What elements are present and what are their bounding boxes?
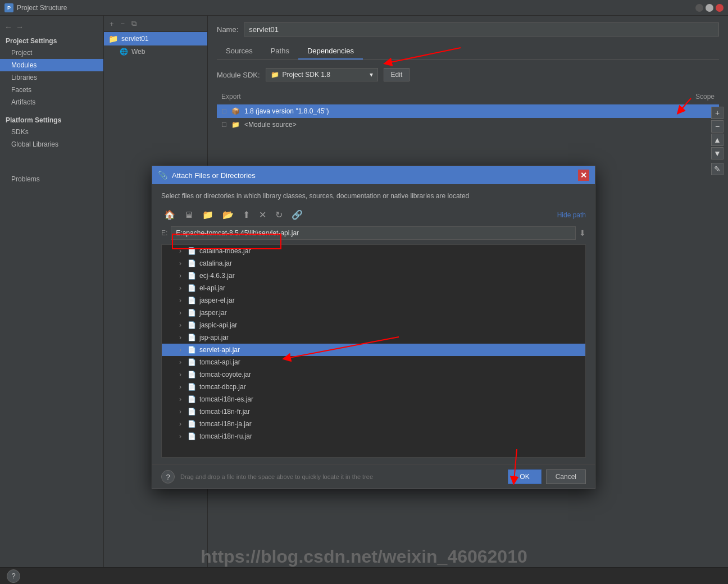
dialog-footer-btns: OK Cancel bbox=[508, 469, 586, 484]
file-item-jasper-el[interactable]: › 📄 jasper-el.jar bbox=[162, 294, 585, 307]
path-input[interactable] bbox=[171, 226, 576, 240]
file-name: catalina-tribes.jar bbox=[199, 247, 579, 255]
file-icon: 📄 bbox=[188, 420, 196, 428]
file-item-servlet-api[interactable]: › 📄 servlet-api.jar bbox=[162, 344, 585, 356]
file-name: el-api.jar bbox=[199, 284, 579, 292]
expand-icon: › bbox=[178, 346, 183, 354]
expand-icon: › bbox=[178, 432, 183, 440]
path-download-btn[interactable]: ⬇ bbox=[579, 229, 586, 238]
file-name: tomcat-dbcp.jar bbox=[199, 383, 579, 391]
file-item-tomcat-coyote[interactable]: › 📄 tomcat-coyote.jar bbox=[162, 368, 585, 381]
file-item-ecj[interactable]: › 📄 ecj-4.6.3.jar bbox=[162, 270, 585, 282]
file-icon: 📄 bbox=[188, 408, 196, 416]
dialog-title-icon: 📎 bbox=[158, 171, 167, 180]
file-item-jasper[interactable]: › 📄 jasper.jar bbox=[162, 307, 585, 319]
dialog-help-btn[interactable]: ? bbox=[161, 470, 175, 483]
dialog-title-left: 📎 Attach Files or Directories bbox=[158, 171, 256, 180]
delete-btn[interactable]: ✕ bbox=[256, 208, 269, 222]
file-name: jaspic-api.jar bbox=[199, 321, 579, 329]
file-icon: 📄 bbox=[188, 309, 196, 317]
link-btn[interactable]: 🔗 bbox=[289, 208, 306, 222]
dialog-toolbar: 🏠 🖥 📁 📂 ⬆ ✕ ↻ 🔗 Hide path bbox=[161, 208, 586, 222]
file-name: jasper-el.jar bbox=[199, 296, 579, 304]
dialog-body: Select files or directories in which lib… bbox=[152, 184, 595, 464]
cancel-btn[interactable]: Cancel bbox=[546, 469, 586, 484]
expand-icon: › bbox=[178, 321, 183, 329]
path-prefix-label: E: bbox=[161, 229, 167, 237]
file-item-tomcat-api[interactable]: › 📄 tomcat-api.jar bbox=[162, 356, 585, 368]
file-item-jaspic-api[interactable]: › 📄 jaspic-api.jar bbox=[162, 319, 585, 331]
file-icon: 📄 bbox=[188, 371, 196, 378]
file-name: tomcat-i18n-fr.jar bbox=[199, 408, 579, 416]
file-icon: 📄 bbox=[188, 334, 196, 341]
file-item-tomcat-i18n-ja[interactable]: › 📄 tomcat-i18n-ja.jar bbox=[162, 418, 585, 430]
file-name: tomcat-i18n-es.jar bbox=[199, 395, 579, 403]
file-icon: 📄 bbox=[188, 272, 196, 280]
file-icon: 📄 bbox=[188, 432, 196, 440]
expand-icon: › bbox=[178, 371, 183, 378]
file-icon: 📄 bbox=[188, 247, 196, 255]
file-item-catalina[interactable]: › 📄 catalina.jar bbox=[162, 257, 585, 270]
ok-btn[interactable]: OK bbox=[508, 469, 541, 484]
file-name: tomcat-i18n-ja.jar bbox=[199, 420, 579, 428]
file-item-tomcat-i18n-es[interactable]: › 📄 tomcat-i18n-es.jar bbox=[162, 393, 585, 405]
file-item-tomcat-i18n-fr[interactable]: › 📄 tomcat-i18n-fr.jar bbox=[162, 405, 585, 418]
dialog-backdrop: 📎 Attach Files or Directories ✕ Select f… bbox=[0, 0, 728, 584]
file-name: tomcat-i18n-ru.jar bbox=[199, 432, 579, 440]
file-name: tomcat-coyote.jar bbox=[199, 371, 579, 378]
expand-icon: › bbox=[178, 247, 183, 255]
desktop-btn[interactable]: 🖥 bbox=[181, 208, 196, 222]
file-icon: 📄 bbox=[188, 358, 196, 366]
expand-icon: › bbox=[178, 395, 183, 403]
file-item-catalina-tribes[interactable]: › 📄 catalina-tribes.jar bbox=[162, 245, 585, 257]
expand-icon: › bbox=[178, 420, 183, 428]
file-item-jsp-api[interactable]: › 📄 jsp-api.jar bbox=[162, 331, 585, 344]
file-item-el-api[interactable]: › 📄 el-api.jar bbox=[162, 282, 585, 294]
file-item-tomcat-i18n-ru[interactable]: › 📄 tomcat-i18n-ru.jar bbox=[162, 430, 585, 442]
file-name: jsp-api.jar bbox=[199, 334, 579, 341]
expand-icon: › bbox=[178, 259, 183, 267]
expand-icon: › bbox=[178, 309, 183, 317]
expand-icon: › bbox=[178, 296, 183, 304]
file-name: catalina.jar bbox=[199, 259, 579, 267]
go-up-btn[interactable]: ⬆ bbox=[240, 208, 253, 222]
file-name: jasper.jar bbox=[199, 309, 579, 317]
refresh-btn[interactable]: ↻ bbox=[272, 208, 285, 222]
attach-files-dialog: 📎 Attach Files or Directories ✕ Select f… bbox=[152, 166, 595, 489]
file-icon: 📄 bbox=[188, 383, 196, 391]
file-icon: 📄 bbox=[188, 284, 196, 292]
drag-hint: Drag and drop a file into the space abov… bbox=[180, 473, 373, 480]
file-icon: 📄 bbox=[188, 296, 196, 304]
expand-icon: › bbox=[178, 408, 183, 416]
hide-path-btn[interactable]: Hide path bbox=[557, 211, 586, 219]
expand-icon: › bbox=[178, 383, 183, 391]
expand-icon: › bbox=[178, 334, 183, 341]
expand-icon: › bbox=[178, 358, 183, 366]
dialog-title-bar: 📎 Attach Files or Directories ✕ bbox=[152, 166, 595, 184]
dialog-footer: ? Drag and drop a file into the space ab… bbox=[152, 464, 595, 489]
file-icon: 📄 bbox=[188, 259, 196, 267]
file-name: ecj-4.6.3.jar bbox=[199, 272, 579, 280]
dialog-close-btn[interactable]: ✕ bbox=[578, 170, 589, 181]
path-input-row: E: ⬇ bbox=[161, 226, 586, 240]
file-icon: 📄 bbox=[188, 321, 196, 329]
expand-icon: › bbox=[178, 284, 183, 292]
file-name: servlet-api.jar bbox=[199, 346, 579, 354]
file-item-tomcat-dbcp[interactable]: › 📄 tomcat-dbcp.jar bbox=[162, 381, 585, 393]
expand-icon: › bbox=[178, 272, 183, 280]
file-name: tomcat-api.jar bbox=[199, 358, 579, 366]
new-folder-btn[interactable]: 📂 bbox=[220, 208, 236, 222]
home-btn[interactable]: 🏠 bbox=[161, 208, 178, 222]
file-tree[interactable]: › 📄 catalina-tribes.jar › 📄 catalina.jar… bbox=[161, 244, 586, 458]
file-icon: 📄 bbox=[188, 395, 196, 403]
dialog-description: Select files or directories in which lib… bbox=[161, 191, 586, 201]
folder-btn[interactable]: 📁 bbox=[199, 208, 216, 222]
file-icon: 📄 bbox=[188, 346, 196, 354]
dialog-title: Attach Files or Directories bbox=[172, 171, 256, 180]
